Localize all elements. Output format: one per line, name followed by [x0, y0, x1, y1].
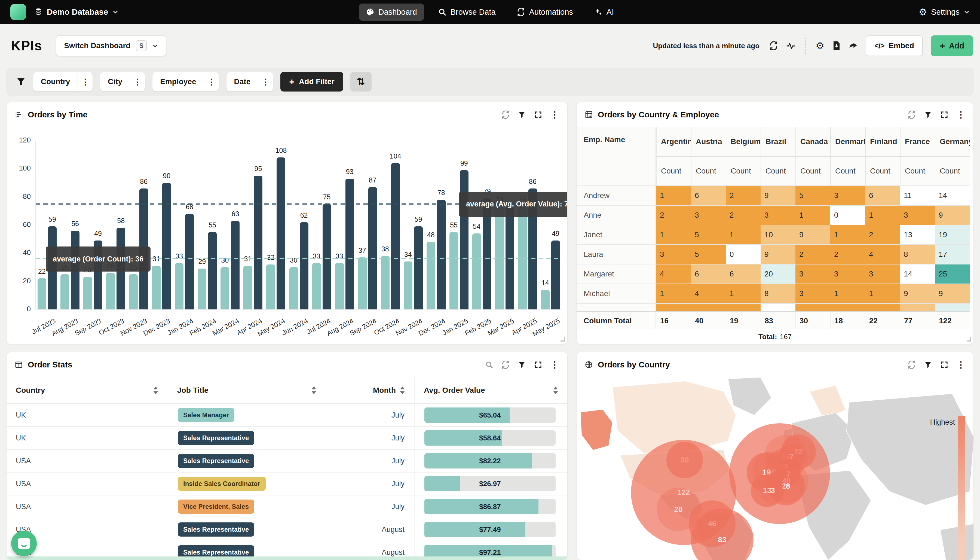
pivot-cell[interactable]: 1 — [726, 225, 761, 245]
kebab-icon[interactable]: ⋮ — [957, 110, 965, 119]
bar-oc[interactable]: 25 — [129, 274, 138, 309]
pivot-cell[interactable]: 2 — [726, 186, 761, 206]
bar-avg[interactable]: 108 — [277, 157, 285, 309]
pivot-cell[interactable]: 3 — [865, 265, 900, 284]
bar-oc[interactable]: 31 — [152, 266, 161, 309]
bar-oc[interactable]: 37 — [358, 257, 367, 309]
search-icon[interactable] — [485, 361, 493, 369]
expand-icon[interactable] — [940, 111, 948, 119]
bar-avg[interactable]: 49 — [551, 240, 560, 309]
bar-oc[interactable]: 55 — [449, 232, 458, 309]
bar-avg[interactable]: 99 — [460, 170, 468, 310]
column-header-job-title[interactable]: Job Title — [168, 377, 326, 404]
map-bubble[interactable]: 3 — [760, 477, 786, 503]
resize-handle[interactable] — [967, 337, 971, 342]
bar-oc[interactable]: 30 — [221, 267, 229, 309]
bar-oc[interactable]: 33 — [175, 263, 183, 310]
pivot-cell[interactable]: 2 — [656, 206, 691, 225]
bar-oc[interactable]: 31 — [243, 266, 252, 309]
pivot-cell[interactable]: 3 — [761, 206, 796, 225]
bar-oc[interactable]: 38 — [381, 256, 390, 309]
pivot-cell[interactable]: 3 — [900, 206, 935, 225]
pivot-cell[interactable]: 2 — [865, 225, 900, 245]
pivot-cell[interactable]: 9 — [935, 206, 970, 225]
pivot-cell[interactable]: 0 — [830, 206, 865, 225]
pivot-cell[interactable]: 1 — [796, 206, 830, 225]
nav-item-browse-data[interactable]: Browse Data — [431, 3, 503, 21]
pivot-cell[interactable]: 4 — [691, 284, 726, 304]
pivot-cell[interactable]: 20 — [761, 265, 796, 284]
bar-oc[interactable]: 23 — [83, 277, 92, 309]
funnel-icon[interactable] — [518, 361, 526, 369]
pivot-column-header[interactable]: Argentina — [656, 127, 691, 157]
pivot-cell[interactable]: 1 — [656, 284, 691, 304]
export-file-button[interactable] — [832, 42, 840, 50]
pivot-cell[interactable]: 3 — [796, 265, 830, 284]
funnel-icon[interactable] — [924, 111, 932, 119]
pivot-row-name[interactable]: Michael — [576, 284, 656, 304]
pivot-cell[interactable]: 3 — [830, 265, 865, 284]
bar-avg[interactable]: 95 — [254, 176, 262, 309]
bar-oc[interactable]: 48 — [427, 242, 435, 309]
pivot-row-name[interactable]: Margaret — [576, 265, 656, 284]
bar-oc[interactable]: 54 — [472, 233, 481, 309]
switch-dashboard-button[interactable]: Switch Dashboard S — [56, 35, 166, 57]
refresh-icon[interactable] — [502, 111, 510, 119]
settings-menu[interactable]: ⚙ Settings — [919, 7, 970, 17]
app-logo[interactable] — [10, 4, 26, 20]
filter-pill-date[interactable]: Date⋮ — [226, 72, 274, 92]
pivot-cell[interactable]: 6 — [691, 265, 726, 284]
add-button[interactable]: + Add — [931, 35, 973, 56]
bar-oc[interactable]: 32 — [266, 265, 275, 309]
pivot-cell[interactable]: 0 — [726, 245, 761, 265]
bar-oc[interactable]: 22 — [38, 278, 46, 309]
refresh-icon[interactable] — [908, 111, 916, 119]
expand-icon[interactable] — [534, 111, 542, 119]
pivot-cell[interactable]: 17 — [935, 245, 970, 265]
pivot-cell[interactable]: 3 — [656, 245, 691, 265]
filter-pill-city[interactable]: City⋮ — [100, 72, 145, 92]
dashboard-settings-button[interactable]: ⚙ — [816, 41, 824, 51]
kebab-icon[interactable]: ⋮ — [130, 72, 145, 91]
pivot-cell[interactable]: 13 — [900, 225, 935, 245]
bar-avg[interactable]: 59 — [414, 226, 423, 309]
embed-button[interactable]: </> Embed — [865, 35, 923, 56]
pivot-cell[interactable]: 14 — [935, 186, 970, 206]
bar-avg[interactable]: 90 — [162, 183, 171, 309]
column-header-month[interactable]: Month — [326, 377, 415, 404]
pivot-cell[interactable]: 2 — [726, 206, 761, 225]
bar-oc[interactable]: 14 — [541, 290, 550, 309]
pivot-cell[interactable]: 25 — [935, 265, 970, 284]
bar-oc[interactable]: 33 — [335, 263, 344, 310]
activity-pulse-button[interactable] — [786, 41, 796, 50]
sort-icon[interactable] — [311, 387, 317, 394]
refresh-icon[interactable] — [908, 361, 916, 369]
pivot-row-name[interactable]: Laura — [576, 245, 656, 265]
filter-pill-country[interactable]: Country⋮ — [33, 72, 93, 92]
pivot-column-header[interactable]: Denmark — [830, 127, 865, 157]
pivot-cell[interactable]: 10 — [761, 225, 796, 245]
chat-launcher-button[interactable] — [11, 531, 37, 556]
pivot-cell[interactable]: 1 — [830, 284, 865, 304]
pivot-cell[interactable]: 2 — [830, 245, 865, 265]
sort-icon[interactable] — [553, 387, 558, 394]
pivot-cell[interactable]: 4 — [865, 245, 900, 265]
kebab-icon[interactable]: ⋮ — [204, 72, 219, 91]
expand-icon[interactable] — [534, 361, 542, 369]
filter-pill-employee[interactable]: Employee⋮ — [152, 72, 219, 92]
pivot-cell[interactable]: 9 — [900, 284, 935, 304]
bar-avg[interactable]: 62 — [300, 222, 309, 309]
pivot-cell[interactable]: 4 — [656, 265, 691, 284]
pivot-cell[interactable]: 5 — [691, 225, 726, 245]
kebab-icon[interactable]: ⋮ — [550, 360, 559, 369]
database-picker[interactable]: Demo Database — [34, 7, 118, 17]
bar-avg[interactable]: 55 — [208, 232, 217, 309]
refresh-icon[interactable] — [502, 361, 510, 369]
bar-oc[interactable]: 34 — [404, 262, 412, 309]
pivot-cell[interactable]: 1 — [726, 284, 761, 304]
pivot-cell[interactable]: 3 — [796, 284, 830, 304]
bar-oc[interactable]: 30 — [289, 267, 298, 309]
pivot-cell[interactable]: 6 — [865, 186, 900, 206]
reorder-filters-button[interactable]: ⇅ — [350, 72, 372, 92]
kebab-icon[interactable]: ⋮ — [550, 110, 559, 119]
